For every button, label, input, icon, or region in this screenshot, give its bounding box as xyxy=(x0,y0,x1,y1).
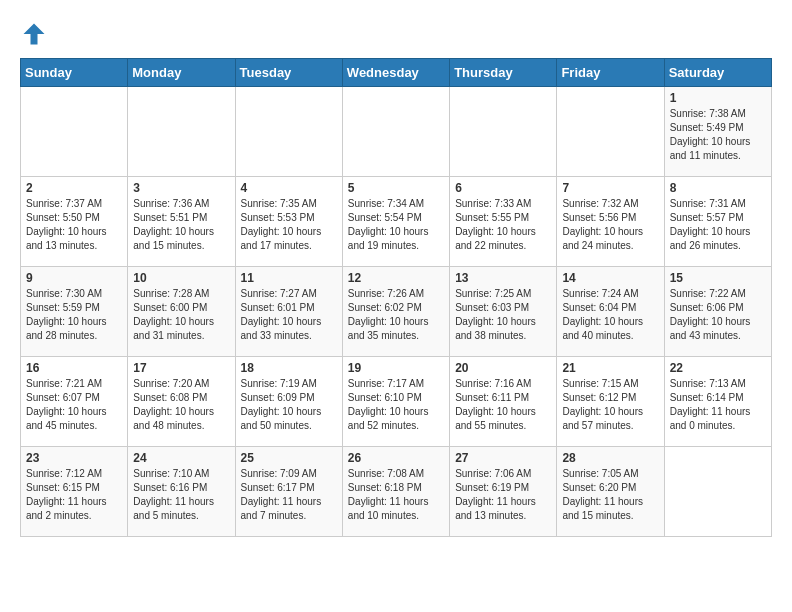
day-cell: 2Sunrise: 7:37 AM Sunset: 5:50 PM Daylig… xyxy=(21,177,128,267)
day-number: 17 xyxy=(133,361,229,375)
day-cell: 17Sunrise: 7:20 AM Sunset: 6:08 PM Dayli… xyxy=(128,357,235,447)
day-cell xyxy=(342,87,449,177)
day-number: 28 xyxy=(562,451,658,465)
week-row-4: 16Sunrise: 7:21 AM Sunset: 6:07 PM Dayli… xyxy=(21,357,772,447)
day-cell: 27Sunrise: 7:06 AM Sunset: 6:19 PM Dayli… xyxy=(450,447,557,537)
day-number: 2 xyxy=(26,181,122,195)
col-header-wednesday: Wednesday xyxy=(342,59,449,87)
day-cell: 21Sunrise: 7:15 AM Sunset: 6:12 PM Dayli… xyxy=(557,357,664,447)
day-cell: 15Sunrise: 7:22 AM Sunset: 6:06 PM Dayli… xyxy=(664,267,771,357)
day-number: 14 xyxy=(562,271,658,285)
day-number: 20 xyxy=(455,361,551,375)
day-number: 16 xyxy=(26,361,122,375)
day-info: Sunrise: 7:05 AM Sunset: 6:20 PM Dayligh… xyxy=(562,467,658,523)
day-number: 18 xyxy=(241,361,337,375)
calendar-body: 1Sunrise: 7:38 AM Sunset: 5:49 PM Daylig… xyxy=(21,87,772,537)
day-info: Sunrise: 7:06 AM Sunset: 6:19 PM Dayligh… xyxy=(455,467,551,523)
day-number: 19 xyxy=(348,361,444,375)
day-info: Sunrise: 7:28 AM Sunset: 6:00 PM Dayligh… xyxy=(133,287,229,343)
day-info: Sunrise: 7:10 AM Sunset: 6:16 PM Dayligh… xyxy=(133,467,229,523)
day-cell xyxy=(21,87,128,177)
day-cell: 11Sunrise: 7:27 AM Sunset: 6:01 PM Dayli… xyxy=(235,267,342,357)
col-header-saturday: Saturday xyxy=(664,59,771,87)
day-info: Sunrise: 7:25 AM Sunset: 6:03 PM Dayligh… xyxy=(455,287,551,343)
day-number: 5 xyxy=(348,181,444,195)
day-info: Sunrise: 7:09 AM Sunset: 6:17 PM Dayligh… xyxy=(241,467,337,523)
day-cell: 7Sunrise: 7:32 AM Sunset: 5:56 PM Daylig… xyxy=(557,177,664,267)
day-info: Sunrise: 7:22 AM Sunset: 6:06 PM Dayligh… xyxy=(670,287,766,343)
page-header xyxy=(20,20,772,48)
day-info: Sunrise: 7:37 AM Sunset: 5:50 PM Dayligh… xyxy=(26,197,122,253)
day-number: 6 xyxy=(455,181,551,195)
day-cell: 9Sunrise: 7:30 AM Sunset: 5:59 PM Daylig… xyxy=(21,267,128,357)
day-number: 23 xyxy=(26,451,122,465)
day-cell: 20Sunrise: 7:16 AM Sunset: 6:11 PM Dayli… xyxy=(450,357,557,447)
day-number: 24 xyxy=(133,451,229,465)
day-cell: 19Sunrise: 7:17 AM Sunset: 6:10 PM Dayli… xyxy=(342,357,449,447)
day-number: 7 xyxy=(562,181,658,195)
day-cell xyxy=(128,87,235,177)
day-cell: 3Sunrise: 7:36 AM Sunset: 5:51 PM Daylig… xyxy=(128,177,235,267)
day-cell: 23Sunrise: 7:12 AM Sunset: 6:15 PM Dayli… xyxy=(21,447,128,537)
day-number: 11 xyxy=(241,271,337,285)
col-header-friday: Friday xyxy=(557,59,664,87)
day-info: Sunrise: 7:15 AM Sunset: 6:12 PM Dayligh… xyxy=(562,377,658,433)
day-info: Sunrise: 7:30 AM Sunset: 5:59 PM Dayligh… xyxy=(26,287,122,343)
day-number: 15 xyxy=(670,271,766,285)
week-row-3: 9Sunrise: 7:30 AM Sunset: 5:59 PM Daylig… xyxy=(21,267,772,357)
day-info: Sunrise: 7:36 AM Sunset: 5:51 PM Dayligh… xyxy=(133,197,229,253)
day-cell: 22Sunrise: 7:13 AM Sunset: 6:14 PM Dayli… xyxy=(664,357,771,447)
day-cell: 28Sunrise: 7:05 AM Sunset: 6:20 PM Dayli… xyxy=(557,447,664,537)
logo xyxy=(20,20,52,48)
day-number: 4 xyxy=(241,181,337,195)
day-cell: 26Sunrise: 7:08 AM Sunset: 6:18 PM Dayli… xyxy=(342,447,449,537)
svg-marker-0 xyxy=(24,24,45,45)
col-header-tuesday: Tuesday xyxy=(235,59,342,87)
day-info: Sunrise: 7:19 AM Sunset: 6:09 PM Dayligh… xyxy=(241,377,337,433)
day-number: 25 xyxy=(241,451,337,465)
day-info: Sunrise: 7:33 AM Sunset: 5:55 PM Dayligh… xyxy=(455,197,551,253)
day-cell: 24Sunrise: 7:10 AM Sunset: 6:16 PM Dayli… xyxy=(128,447,235,537)
week-row-2: 2Sunrise: 7:37 AM Sunset: 5:50 PM Daylig… xyxy=(21,177,772,267)
day-number: 8 xyxy=(670,181,766,195)
day-cell xyxy=(235,87,342,177)
day-number: 13 xyxy=(455,271,551,285)
day-info: Sunrise: 7:13 AM Sunset: 6:14 PM Dayligh… xyxy=(670,377,766,433)
day-cell: 10Sunrise: 7:28 AM Sunset: 6:00 PM Dayli… xyxy=(128,267,235,357)
day-number: 12 xyxy=(348,271,444,285)
week-row-1: 1Sunrise: 7:38 AM Sunset: 5:49 PM Daylig… xyxy=(21,87,772,177)
day-number: 1 xyxy=(670,91,766,105)
day-info: Sunrise: 7:26 AM Sunset: 6:02 PM Dayligh… xyxy=(348,287,444,343)
day-cell: 5Sunrise: 7:34 AM Sunset: 5:54 PM Daylig… xyxy=(342,177,449,267)
day-cell: 8Sunrise: 7:31 AM Sunset: 5:57 PM Daylig… xyxy=(664,177,771,267)
day-cell xyxy=(557,87,664,177)
day-info: Sunrise: 7:17 AM Sunset: 6:10 PM Dayligh… xyxy=(348,377,444,433)
day-info: Sunrise: 7:38 AM Sunset: 5:49 PM Dayligh… xyxy=(670,107,766,163)
week-row-5: 23Sunrise: 7:12 AM Sunset: 6:15 PM Dayli… xyxy=(21,447,772,537)
day-cell: 18Sunrise: 7:19 AM Sunset: 6:09 PM Dayli… xyxy=(235,357,342,447)
calendar-table: SundayMondayTuesdayWednesdayThursdayFrid… xyxy=(20,58,772,537)
day-cell: 1Sunrise: 7:38 AM Sunset: 5:49 PM Daylig… xyxy=(664,87,771,177)
col-header-monday: Monday xyxy=(128,59,235,87)
day-cell: 12Sunrise: 7:26 AM Sunset: 6:02 PM Dayli… xyxy=(342,267,449,357)
day-cell: 14Sunrise: 7:24 AM Sunset: 6:04 PM Dayli… xyxy=(557,267,664,357)
day-cell xyxy=(664,447,771,537)
day-info: Sunrise: 7:34 AM Sunset: 5:54 PM Dayligh… xyxy=(348,197,444,253)
day-info: Sunrise: 7:27 AM Sunset: 6:01 PM Dayligh… xyxy=(241,287,337,343)
day-number: 9 xyxy=(26,271,122,285)
day-info: Sunrise: 7:31 AM Sunset: 5:57 PM Dayligh… xyxy=(670,197,766,253)
day-cell: 4Sunrise: 7:35 AM Sunset: 5:53 PM Daylig… xyxy=(235,177,342,267)
day-info: Sunrise: 7:08 AM Sunset: 6:18 PM Dayligh… xyxy=(348,467,444,523)
logo-icon xyxy=(20,20,48,48)
day-cell: 13Sunrise: 7:25 AM Sunset: 6:03 PM Dayli… xyxy=(450,267,557,357)
col-header-thursday: Thursday xyxy=(450,59,557,87)
day-cell: 25Sunrise: 7:09 AM Sunset: 6:17 PM Dayli… xyxy=(235,447,342,537)
day-info: Sunrise: 7:35 AM Sunset: 5:53 PM Dayligh… xyxy=(241,197,337,253)
col-header-sunday: Sunday xyxy=(21,59,128,87)
day-number: 3 xyxy=(133,181,229,195)
day-cell: 16Sunrise: 7:21 AM Sunset: 6:07 PM Dayli… xyxy=(21,357,128,447)
day-number: 27 xyxy=(455,451,551,465)
calendar-header-row: SundayMondayTuesdayWednesdayThursdayFrid… xyxy=(21,59,772,87)
day-cell xyxy=(450,87,557,177)
day-info: Sunrise: 7:24 AM Sunset: 6:04 PM Dayligh… xyxy=(562,287,658,343)
